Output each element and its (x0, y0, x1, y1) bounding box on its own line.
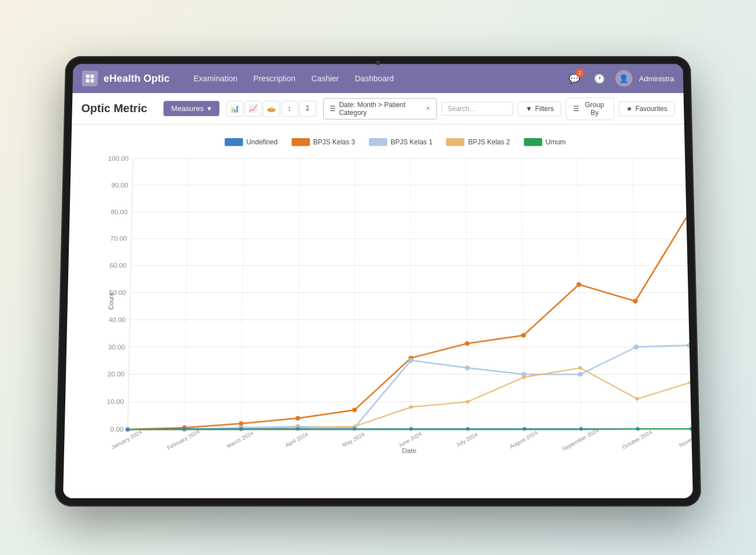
nav-cashier[interactable]: Cashier (310, 72, 340, 85)
svg-line-29 (298, 158, 299, 430)
svg-text:February 2024: February 2024 (166, 428, 201, 450)
legend-bpjs2: BPJS Kelas 2 (446, 138, 510, 146)
point-bpjs3-may (352, 408, 357, 412)
area-chart-btn[interactable]: 📈 (244, 101, 262, 116)
svg-text:September 2024: September 2024 (561, 427, 600, 452)
legend-bpjs1-label: BPJS Kelas 1 (391, 138, 433, 146)
app-name: eHealth Optic (103, 73, 170, 84)
bar-chart-btn[interactable]: 📊 (226, 101, 243, 116)
legend-bpjs3-color (291, 138, 310, 146)
svg-text:October 2024: October 2024 (621, 429, 653, 450)
tablet-screen: eHealth Optic Examination Prescription C… (63, 64, 693, 498)
filter-tag-text: Date: Month > Patient Category (339, 101, 422, 116)
chat-icon-btn[interactable]: 💬 2 (565, 69, 583, 87)
toolbar: Optic Metric Measures ▾ 📊 📈 🥧 ↕ ↧ ☰ Date… (72, 93, 684, 125)
filter-area: ☰ Date: Month > Patient Category ✕ Searc… (323, 97, 675, 120)
filter-close-btn[interactable]: ✕ (425, 105, 431, 112)
sort-asc-btn[interactable]: ↕ (281, 101, 298, 116)
svg-text:Date: Date (402, 447, 417, 453)
svg-line-34 (577, 158, 581, 430)
point-bpjs3-jul (465, 341, 470, 346)
svg-rect-2 (86, 79, 90, 83)
point-bpjs1-nov (687, 343, 692, 347)
line-bpjs2 (128, 368, 691, 429)
legend-undefined-color (225, 138, 243, 146)
svg-text:0.00: 0.00 (110, 426, 123, 433)
svg-line-27 (184, 158, 188, 430)
svg-line-26 (128, 158, 133, 430)
filters-button[interactable]: ▼ Filters (518, 101, 561, 116)
legend-umum-color (524, 138, 542, 146)
app-logo: eHealth Optic (82, 71, 170, 86)
nav-menu: Examination Prescription Cashier Dashboa… (192, 72, 554, 85)
svg-text:40.00: 40.00 (109, 316, 126, 323)
nav-right: 💬 2 🕐 👤 Administra (565, 69, 674, 87)
svg-text:50.00: 50.00 (109, 289, 127, 296)
svg-text:100.00: 100.00 (108, 155, 129, 161)
svg-text:90.00: 90.00 (111, 182, 128, 188)
legend-undefined-label: Undefined (246, 138, 277, 146)
nav-examination[interactable]: Examination (192, 72, 239, 85)
svg-rect-0 (86, 75, 90, 78)
legend-undefined: Undefined (225, 138, 278, 146)
svg-line-35 (632, 158, 638, 430)
filter-icon: ☰ (329, 105, 336, 113)
filter-tag: ☰ Date: Month > Patient Category ✕ (323, 98, 437, 119)
tablet-frame: eHealth Optic Examination Prescription C… (54, 56, 701, 506)
top-nav: eHealth Optic Examination Prescription C… (72, 64, 683, 93)
search-input[interactable]: Search... (442, 102, 514, 115)
point-bpjs2-jun (409, 405, 413, 409)
page-title: Optic Metric (81, 102, 147, 114)
svg-text:November: November (678, 431, 692, 449)
svg-rect-3 (90, 79, 94, 83)
legend-bpjs2-color (446, 138, 465, 146)
legend-bpjs1: BPJS Kelas 1 (369, 138, 432, 146)
admin-label: Administra (639, 74, 675, 83)
svg-text:20.00: 20.00 (108, 371, 125, 378)
point-bpjs3-mar (239, 421, 244, 426)
svg-line-32 (466, 158, 468, 430)
svg-text:70.00: 70.00 (110, 235, 127, 242)
svg-line-28 (241, 158, 244, 430)
nav-dashboard[interactable]: Dashboard (354, 72, 395, 85)
avatar[interactable]: 👤 (615, 70, 632, 87)
measures-button[interactable]: Measures ▾ (163, 101, 219, 116)
svg-text:April 2024: April 2024 (284, 431, 309, 448)
svg-line-36 (685, 158, 691, 430)
legend-bpjs3-label: BPJS Kelas 3 (313, 138, 355, 146)
point-bpjs1-sep (578, 372, 583, 376)
chart-svg: 100.00 90.00 80.00 70.00 60.00 50.00 40.… (99, 153, 692, 453)
svg-text:30.00: 30.00 (108, 343, 125, 350)
favourites-button[interactable]: ★ Favourites (618, 101, 675, 116)
point-bpjs2-sep (579, 366, 583, 369)
sort-desc-btn[interactable]: ↧ (299, 101, 316, 116)
legend-bpjs2-label: BPJS Kelas 2 (468, 138, 510, 146)
point-bpjs1-jul (465, 366, 470, 370)
chat-badge: 2 (575, 68, 584, 77)
line-umum (128, 429, 691, 430)
svg-text:May 2024: May 2024 (342, 431, 366, 448)
camera (376, 61, 380, 65)
chart-area: Undefined BPJS Kelas 3 BPJS Kelas 1 BPJS… (63, 124, 693, 498)
point-umum-nov (690, 427, 692, 431)
point-bpjs2-jul (466, 400, 469, 404)
line-bpjs3 (128, 217, 691, 430)
svg-line-33 (521, 158, 524, 430)
legend-umum-label: Umum (546, 138, 566, 146)
point-bpjs1-jun (409, 358, 413, 362)
logo-icon (82, 71, 98, 86)
svg-rect-1 (91, 75, 94, 78)
svg-text:60.00: 60.00 (109, 262, 127, 269)
groupby-button[interactable]: ☰ Group By (565, 97, 614, 120)
point-bpjs3-apr (295, 416, 301, 420)
svg-text:July 2024: July 2024 (455, 431, 479, 447)
pie-chart-btn[interactable]: 🥧 (262, 101, 280, 116)
svg-text:80.00: 80.00 (110, 209, 127, 216)
chart-type-buttons: 📊 📈 🥧 ↕ ↧ (226, 101, 316, 116)
nav-prescription[interactable]: Prescription (252, 72, 297, 85)
point-bpjs1-oct (634, 345, 639, 349)
legend-bpjs1-color (369, 138, 387, 146)
clock-icon-btn[interactable]: 🕐 (590, 69, 609, 87)
svg-text:March 2024: March 2024 (225, 430, 254, 449)
svg-text:10.00: 10.00 (107, 398, 124, 405)
